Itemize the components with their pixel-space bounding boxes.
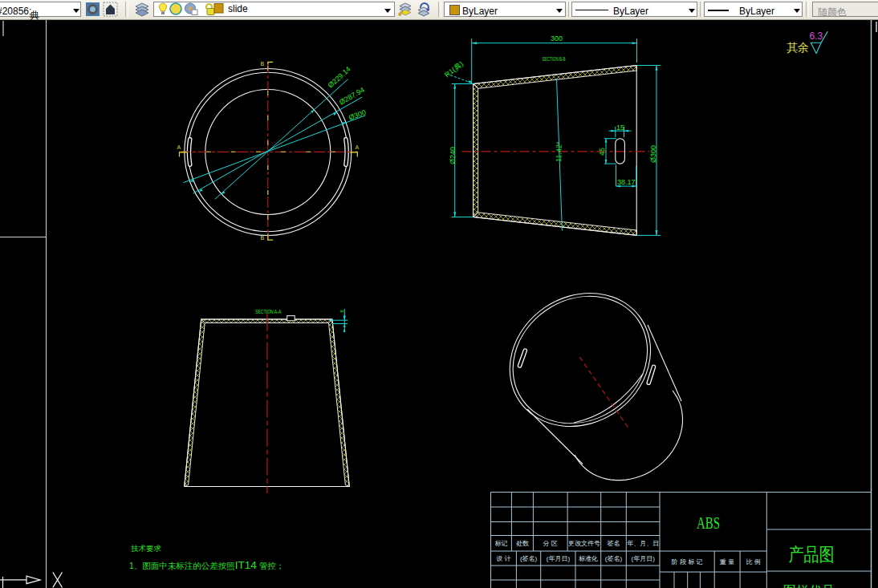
svg-text:300: 300 xyxy=(551,34,563,43)
svg-text:标记: 标记 xyxy=(495,540,508,547)
svg-text:分 区: 分 区 xyxy=(543,540,558,547)
svg-text:阶 段 标 记: 阶 段 标 记 xyxy=(672,558,703,566)
svg-text:slide: slide xyxy=(228,3,248,14)
svg-text:R1(典): R1(典) xyxy=(443,59,465,79)
svg-text:签名: 签名 xyxy=(608,540,620,547)
svg-text:15: 15 xyxy=(616,124,624,132)
svg-text:设 计: 设 计 xyxy=(496,555,510,562)
svg-text:(签名): (签名) xyxy=(520,555,538,562)
svg-text:Ø240: Ø240 xyxy=(449,147,457,164)
svg-text:B: B xyxy=(261,61,265,67)
svg-text:Ø229.14: Ø229.14 xyxy=(327,65,352,90)
svg-text:处数: 处数 xyxy=(516,540,529,547)
svg-text:ABS: ABS xyxy=(697,513,720,533)
svg-text:产品图: 产品图 xyxy=(789,544,835,565)
svg-text:38.17: 38.17 xyxy=(617,178,636,186)
svg-text:其余: 其余 xyxy=(787,41,809,54)
svg-text:6: 6 xyxy=(339,309,345,313)
svg-text:技术要求: 技术要求 xyxy=(131,544,162,553)
svg-text:(年月日): (年月日) xyxy=(547,555,571,562)
svg-text:重 量: 重 量 xyxy=(719,558,734,566)
svg-text:更改文件号: 更改文件号 xyxy=(568,540,600,547)
svg-text:Ø300: Ø300 xyxy=(348,108,367,122)
svg-text:A: A xyxy=(177,144,181,150)
svg-text:SECTION B-B: SECTION B-B xyxy=(543,56,566,62)
svg-text:Ø287.94: Ø287.94 xyxy=(338,86,366,107)
svg-text:SECTION A-A: SECTION A-A xyxy=(255,309,282,314)
svg-text:A: A xyxy=(356,144,360,150)
svg-text:45: 45 xyxy=(598,148,606,156)
svg-text:6.3: 6.3 xyxy=(810,30,823,42)
svg-text:(签名): (签名) xyxy=(605,555,623,562)
svg-text:1、图面中未标注的公差按照IT14 管控；: 1、图面中未标注的公差按照IT14 管控； xyxy=(129,559,284,571)
svg-text:比 例: 比 例 xyxy=(746,558,761,566)
svg-text:B: B xyxy=(261,235,265,241)
svg-text:11.42°: 11.42° xyxy=(555,141,563,162)
svg-text:Ø300: Ø300 xyxy=(649,145,657,163)
svg-text:标准化: 标准化 xyxy=(579,555,598,562)
svg-text:(年月日): (年月日) xyxy=(632,555,656,562)
svg-text:图样代号: 图样代号 xyxy=(783,584,835,588)
svg-text:年、月、日: 年、月、日 xyxy=(627,540,659,547)
